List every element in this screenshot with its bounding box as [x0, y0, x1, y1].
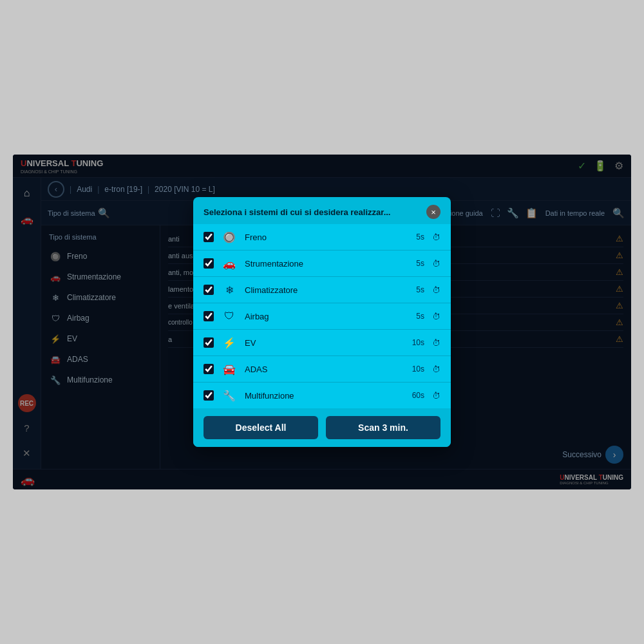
modal-checkbox-freno[interactable]	[204, 232, 214, 242]
modal-airbag-time: 5s	[416, 312, 424, 321]
modal-checkbox-climatizzatore[interactable]	[204, 285, 214, 295]
modal-checkbox-airbag[interactable]	[204, 311, 214, 321]
panel-area: Tipo di sistema 🔘 Freno 🚗 Strumentazione…	[41, 225, 631, 469]
modal-adas-icon: 🚘	[220, 360, 238, 378]
modal-freno-time: 5s	[416, 232, 424, 242]
modal-item-ev: ⚡ EV 10s ⏱	[193, 330, 451, 356]
modal-adas-clock: ⏱	[432, 365, 440, 374]
modal-dialog: Seleziona i sistemi di cui si desidera r…	[193, 225, 451, 447]
modal-ev-icon: ⚡	[220, 334, 238, 352]
modal-item-adas: 🚘 ADAS 10s ⏱	[193, 356, 451, 383]
modal-freno-label: Freno	[245, 232, 410, 242]
modal-overlay: Seleziona i sistemi di cui si desidera r…	[41, 225, 631, 469]
modal-climatizzatore-label: Climatizzatore	[245, 285, 410, 295]
modal-item-freno: 🔘 Freno 5s ⏱	[193, 225, 451, 251]
main-content: ⌂ 🚗 REC ? ✕ ‹ | Audi | e-tron [19-] | 20…	[13, 178, 631, 469]
modal-checkbox-multifunzione[interactable]	[204, 390, 214, 401]
modal-multifunzione-clock: ⏱	[432, 391, 440, 401]
modal-airbag-icon: 🛡	[220, 307, 238, 325]
modal-footer: Deselect All Scan 3 min.	[193, 408, 451, 447]
modal-checkbox-adas[interactable]	[204, 364, 214, 374]
modal-climatizzatore-clock: ⏱	[432, 285, 440, 295]
scan-button[interactable]: Scan 3 min.	[326, 416, 440, 439]
modal-strumentazione-label: Strumentazione	[245, 259, 410, 269]
modal-items-container: 🔘 Freno 5s ⏱ 🚗 Strumentazione 5s ⏱	[193, 225, 451, 408]
modal-multifunzione-label: Multifunzione	[245, 391, 406, 401]
modal-multifunzione-time: 60s	[412, 391, 424, 400]
modal-airbag-clock: ⏱	[432, 312, 440, 321]
modal-item-strumentazione: 🚗 Strumentazione 5s ⏱	[193, 251, 451, 277]
modal-ev-label: EV	[245, 338, 406, 348]
modal-strumentazione-icon: 🚗	[220, 254, 238, 272]
deselect-all-button[interactable]: Deselect All	[204, 416, 318, 439]
modal-adas-label: ADAS	[245, 365, 406, 374]
modal-checkbox-ev[interactable]	[204, 337, 214, 348]
modal-multifunzione-icon: 🔧	[220, 386, 238, 404]
modal-freno-icon: 🔘	[220, 228, 238, 246]
modal-airbag-label: Airbag	[245, 312, 410, 321]
modal-strumentazione-clock: ⏱	[432, 259, 440, 269]
modal-strumentazione-time: 5s	[416, 259, 424, 268]
modal-adas-time: 10s	[412, 365, 424, 374]
modal-climatizzatore-icon: ❄	[220, 281, 238, 299]
modal-freno-clock: ⏱	[432, 232, 440, 242]
modal-item-multifunzione: 🔧 Multifunzione 60s ⏱	[193, 383, 451, 408]
modal-item-airbag: 🛡 Airbag 5s ⏱	[193, 303, 451, 330]
modal-item-climatizzatore: ❄ Climatizzatore 5s ⏱	[193, 277, 451, 303]
app-container: UNIVERSAL TUNING DIAGNOSI & CHIP TUNING …	[13, 155, 631, 489]
modal-checkbox-strumentazione[interactable]	[204, 258, 214, 269]
modal-ev-time: 10s	[412, 338, 424, 347]
content-area: ‹ | Audi | e-tron [19-] | 2020 [VIN 10 =…	[41, 178, 631, 469]
modal-climatizzatore-time: 5s	[416, 285, 424, 294]
modal-ev-clock: ⏱	[432, 338, 440, 348]
